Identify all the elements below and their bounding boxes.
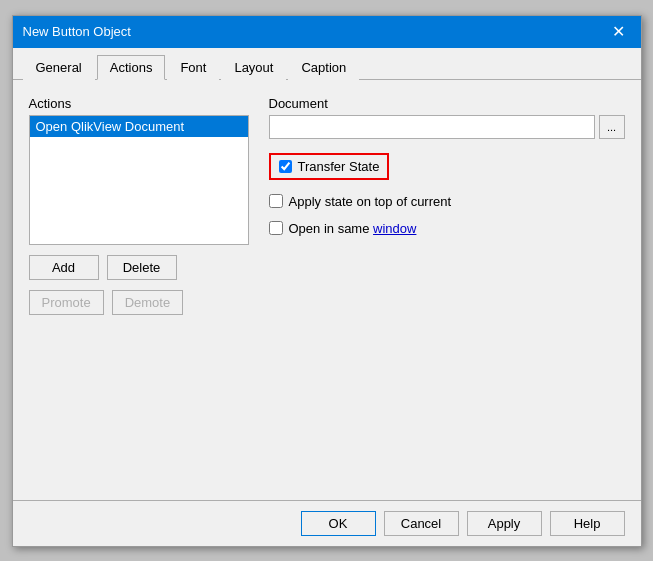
apply-state-checkbox[interactable] — [269, 194, 283, 208]
open-same-window-link[interactable]: window — [373, 221, 416, 236]
add-button[interactable]: Add — [29, 255, 99, 280]
document-label: Document — [269, 96, 625, 111]
tab-actions[interactable]: Actions — [97, 55, 166, 80]
actions-list[interactable]: Open QlikView Document — [29, 115, 249, 245]
apply-state-label[interactable]: Apply state on top of current — [289, 194, 452, 209]
apply-state-row: Apply state on top of current — [269, 194, 625, 209]
apply-button[interactable]: Apply — [467, 511, 542, 536]
close-icon: ✕ — [612, 24, 625, 40]
open-same-window-checkbox[interactable] — [269, 221, 283, 235]
tab-layout[interactable]: Layout — [221, 55, 286, 80]
cancel-button[interactable]: Cancel — [384, 511, 459, 536]
actions-btn-row-1: Add Delete — [29, 255, 249, 280]
title-bar: New Button Object ✕ — [13, 16, 641, 48]
actions-btn-row-2: Promote Demote — [29, 290, 249, 315]
content-area: Actions Open QlikView Document Add Delet… — [13, 80, 641, 500]
ok-button[interactable]: OK — [301, 511, 376, 536]
tab-font[interactable]: Font — [167, 55, 219, 80]
open-same-window-text-prefix: Open in same — [289, 221, 374, 236]
help-button[interactable]: Help — [550, 511, 625, 536]
demote-button[interactable]: Demote — [112, 290, 184, 315]
actions-label: Actions — [29, 96, 249, 111]
transfer-state-label[interactable]: Transfer State — [298, 159, 380, 174]
document-row: ... — [269, 115, 625, 139]
tab-general[interactable]: General — [23, 55, 95, 80]
dialog: New Button Object ✕ General Actions Font… — [12, 15, 642, 547]
dialog-title: New Button Object — [23, 24, 131, 39]
delete-button[interactable]: Delete — [107, 255, 177, 280]
tab-bar: General Actions Font Layout Caption — [13, 48, 641, 80]
promote-button[interactable]: Promote — [29, 290, 104, 315]
transfer-state-box: Transfer State — [269, 153, 390, 180]
tab-caption[interactable]: Caption — [288, 55, 359, 80]
right-panel: Document ... Transfer State Apply state … — [269, 96, 625, 484]
document-input[interactable] — [269, 115, 595, 139]
open-same-window-label[interactable]: Open in same window — [289, 221, 417, 236]
footer: OK Cancel Apply Help — [13, 500, 641, 546]
open-same-window-row: Open in same window — [269, 221, 625, 236]
browse-button[interactable]: ... — [599, 115, 625, 139]
transfer-state-checkbox[interactable] — [279, 160, 292, 173]
left-panel: Actions Open QlikView Document Add Delet… — [29, 96, 249, 484]
close-button[interactable]: ✕ — [607, 20, 631, 44]
list-item[interactable]: Open QlikView Document — [30, 116, 248, 137]
